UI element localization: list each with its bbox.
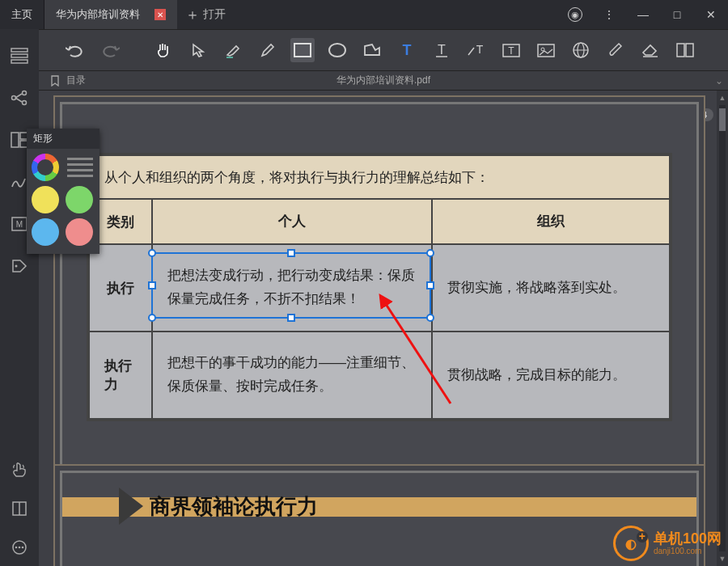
window-minimize[interactable]: — [626,0,660,29]
svg-rect-19 [294,44,311,57]
tab-home-label: 主页 [11,7,32,22]
svg-point-5 [23,101,27,105]
window-maximize[interactable]: □ [660,0,694,29]
svg-point-16 [19,547,21,549]
avatar-icon: ◉ [568,7,582,22]
pan-tool[interactable] [151,38,176,62]
vertical-scrollbar[interactable]: ▲ ▼ [717,91,728,566]
compare-tool[interactable] [673,38,697,62]
link-tool[interactable] [569,38,593,62]
text-callout-tool[interactable]: T [464,38,489,62]
svg-text:M: M [16,220,23,229]
table-cell-org: 贯彻实施，将战略落到实处。 [432,244,670,332]
watermark: ◐ 单机100网 danji100.com [613,526,722,561]
table-header-personal: 个人 [152,199,432,244]
svg-text:T: T [508,45,514,57]
image-tool[interactable] [534,38,558,62]
shape-panel-title: 矩形 [27,129,99,149]
table-intro-cell: 从个人和组织的两个角度，将对执行与执行力的理解总结如下： [89,155,670,199]
svg-text:T: T [403,42,412,58]
menu-button[interactable]: ⋮ [592,0,626,29]
svg-text:T: T [438,43,446,57]
table-intro-row: 从个人和组织的两个角度，将对执行与执行力的理解总结如下： [89,155,670,199]
document-filename: 华为内部培训资料.pdf [336,74,430,87]
table-cell-personal: 把想干的事干成功的能力——注重细节、保质保量、按时完成任务。 [152,332,432,419]
brush-tool[interactable] [603,38,628,62]
table-header-org: 组织 [432,199,670,244]
color-swatch-yellow[interactable] [32,186,59,213]
scrollbar-track[interactable] [719,105,726,551]
highlighter-tool[interactable] [221,38,245,62]
color-swatch-blue[interactable] [32,218,59,246]
svg-line-24 [468,48,474,55]
new-tab-button[interactable]: ＋ 打开 [185,5,226,24]
select-tool[interactable] [186,38,210,62]
selection-handle-e[interactable] [426,281,434,289]
svg-point-3 [12,96,16,100]
color-wheel-icon[interactable] [32,154,59,181]
tab-document-label: 华为内部培训资料 [56,7,140,22]
table-cell-org: 贯彻战略，完成目标的能力。 [432,332,670,419]
main-area: M T T T T [0,29,728,566]
breadcrumb-bar: 目录 华为内部培训资料.pdf ⌄ [39,71,728,91]
scroll-up-icon[interactable]: ▲ [717,91,728,104]
eraser-tool[interactable] [638,38,662,62]
bookmark-label[interactable]: 目录 [66,74,86,87]
selection-handle-s[interactable] [287,314,295,322]
title-bar: 主页 华为内部培训资料 ✕ ＋ 打开 ◉ ⋮ — □ ✕ [0,0,728,29]
plus-icon: ＋ [185,5,200,24]
watermark-logo-icon: ◐ [613,526,649,561]
svg-point-11 [15,265,18,268]
undo-button[interactable] [63,38,87,62]
color-swatch-green[interactable] [66,186,93,213]
svg-rect-0 [11,49,28,52]
text-underline-tool[interactable]: T [430,38,454,62]
ellipse-tool[interactable] [325,38,349,62]
close-tab-icon[interactable]: ✕ [154,9,166,20]
svg-point-17 [22,547,24,549]
table-header-row: 类别 个人 组织 [89,199,670,244]
window-close[interactable]: ✕ [694,0,728,29]
section-ribbon: 商界领袖论执行力 [62,488,696,525]
document-viewport[interactable]: 4 从个人和组织的两个角度，将对执行与执行力的理解总结如下： 类别 个人 组织 [39,91,728,566]
redo-button[interactable] [98,38,122,62]
svg-rect-1 [11,54,28,57]
table-cell-label: 执行力 [89,332,152,419]
selection-handle-se[interactable] [426,314,434,322]
pencil-tool[interactable] [256,38,280,62]
selection-rectangle[interactable] [151,252,431,319]
new-tab-label: 打开 [203,7,226,22]
sidebar-item-touch[interactable] [9,459,30,480]
svg-point-15 [15,547,18,549]
close-icon: ✕ [706,8,716,21]
sidebar-item-tag[interactable] [9,256,30,277]
tab-home[interactable]: 主页 [0,0,44,29]
selection-handle-w[interactable] [148,281,156,289]
table-cell-label: 执行 [89,244,152,332]
svg-rect-34 [677,44,684,57]
selection-handle-nw[interactable] [148,249,156,257]
text-box-tool[interactable]: T [499,38,523,62]
text-tool[interactable]: T [395,38,419,62]
breadcrumb-chevron-icon[interactable]: ⌄ [715,75,723,87]
line-style-picker[interactable] [66,154,95,181]
account-button[interactable]: ◉ [558,0,592,29]
left-sidebar: M [0,29,39,566]
selection-handle-ne[interactable] [426,249,434,257]
watermark-brand: 单机100网 [654,530,722,547]
bookmark-icon[interactable] [50,75,60,87]
rectangle-tool[interactable] [290,38,315,62]
tab-document[interactable]: 华为内部培训资料 ✕ [44,0,177,29]
svg-point-20 [329,44,345,57]
menu-icon: ⋮ [603,8,615,21]
sidebar-item-thumbnails[interactable] [9,45,30,66]
sidebar-item-more[interactable] [9,537,30,558]
scrollbar-thumb[interactable] [719,108,726,131]
color-swatch-red[interactable] [66,218,93,246]
section-title: 商界领袖论执行力 [150,492,318,521]
polygon-tool[interactable] [360,38,384,62]
sidebar-item-book[interactable] [9,498,30,519]
selection-handle-sw[interactable] [148,314,156,322]
selection-handle-n[interactable] [287,249,295,257]
sidebar-item-connections[interactable] [9,87,30,108]
